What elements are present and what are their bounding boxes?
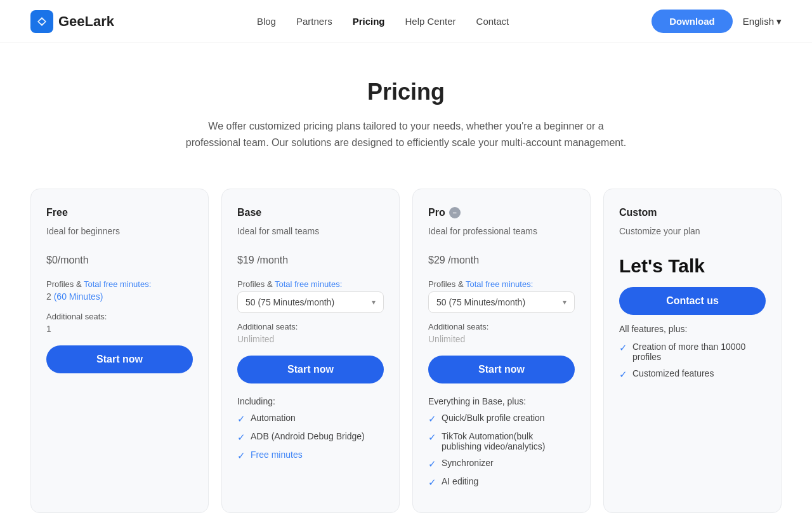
logo-icon [30, 10, 53, 33]
plan-price-base: $19 /month [237, 248, 384, 268]
feature-text-link[interactable]: Free minutes [251, 450, 303, 460]
nav-pricing[interactable]: Pricing [353, 16, 385, 27]
profiles-value-free: 2 (60 Minutes) [46, 291, 193, 302]
plan-price-free: $0/month [46, 248, 193, 268]
plan-card-pro: Pro − Ideal for professional teams $29 /… [412, 189, 591, 513]
plan-card-free: Free Ideal for beginners $0/month Profil… [30, 189, 209, 513]
check-icon: ✓ [237, 413, 246, 425]
chevron-down-icon: ▾ [372, 298, 376, 307]
seats-label-pro: Additional seats: [428, 322, 575, 331]
chevron-down-icon: ▾ [563, 298, 566, 307]
language-label: English [743, 16, 774, 27]
profiles-label-base: Profiles & Total free minutes: [237, 279, 384, 289]
plan-card-custom: Custom Customize your plan Let's Talk Co… [603, 189, 782, 513]
page-title: Pricing [25, 79, 787, 105]
plan-price-pro: $29 /month [428, 248, 575, 268]
feature-adb: ✓ ADB (Android Debug Bridge) [237, 431, 384, 443]
feature-synchronizer: ✓ Synchronizer [428, 458, 575, 470]
nav-help-center[interactable]: Help Center [405, 16, 456, 27]
feature-bulk-profile: ✓ Quick/Bulk profile creation [428, 413, 575, 425]
all-features-label: All features, plus: [619, 324, 766, 334]
seats-label-free: Additional seats: [46, 312, 193, 321]
hero-subtitle: We offer customized pricing plans tailor… [184, 118, 628, 150]
check-icon: ✓ [428, 432, 436, 443]
start-now-button-free[interactable]: Start now [46, 345, 193, 373]
feature-automation: ✓ Automation [237, 413, 384, 425]
pro-badge: − [449, 207, 461, 218]
feature-free-minutes: ✓ Free minutes [237, 450, 384, 462]
including-label-base: Including: [237, 396, 384, 406]
profiles-label-pro: Profiles & Total free minutes: [428, 279, 575, 289]
feature-text: Quick/Bulk profile creation [442, 413, 545, 423]
plan-name-pro: Pro − [428, 207, 575, 218]
seats-value-free: 1 [46, 324, 193, 334]
minutes-dropdown-pro[interactable]: 50 (75 Minutes/month) ▾ [428, 291, 575, 313]
start-now-button-base[interactable]: Start now [237, 356, 384, 383]
nav-contact[interactable]: Contact [476, 16, 509, 27]
feature-tiktok-auto: ✓ TikTok Automation(bulk publishing vide… [428, 431, 575, 451]
lets-talk-heading: Let's Talk [619, 255, 766, 277]
check-icon: ✓ [237, 432, 246, 443]
feature-10000-profiles: ✓ Creation of more than 10000 profiles [619, 342, 766, 362]
nav-right: Download English ▾ [652, 10, 782, 33]
logo[interactable]: GeeLark [30, 10, 114, 33]
contact-us-button[interactable]: Contact us [619, 287, 766, 315]
nav-partners[interactable]: Partners [296, 16, 332, 27]
seats-value-base: Unlimited [237, 334, 384, 344]
logo-text: GeeLark [58, 13, 114, 30]
feature-text: Automation [251, 413, 296, 423]
feature-text: Customized features [632, 368, 714, 378]
plan-name-custom: Custom [619, 207, 766, 218]
plan-name-base: Base [237, 207, 384, 218]
language-selector[interactable]: English ▾ [743, 16, 782, 27]
profiles-label-free: Profiles & Total free minutes: [46, 279, 193, 289]
seats-label-base: Additional seats: [237, 322, 384, 331]
download-button[interactable]: Download [652, 10, 733, 33]
chevron-down-icon: ▾ [776, 16, 782, 27]
navbar: GeeLark Blog Partners Pricing Help Cente… [0, 0, 812, 43]
minutes-dropdown-base[interactable]: 50 (75 Minutes/month) ▾ [237, 291, 384, 313]
feature-customized: ✓ Customized features [619, 368, 766, 380]
plan-tagline-base: Ideal for small teams [237, 226, 384, 236]
hero-section: Pricing We offer customized pricing plan… [0, 43, 812, 176]
check-icon: ✓ [428, 458, 436, 470]
check-icon: ✓ [237, 450, 246, 462]
pricing-cards: Free Ideal for beginners $0/month Profil… [0, 176, 812, 520]
feature-text: Synchronizer [442, 458, 494, 468]
check-icon: ✓ [619, 369, 627, 380]
feature-text: AI editing [442, 476, 478, 486]
plan-tagline-pro: Ideal for professional teams [428, 226, 575, 236]
nav-links: Blog Partners Pricing Help Center Contac… [257, 16, 509, 27]
check-icon: ✓ [619, 342, 627, 354]
plan-name-free: Free [46, 207, 193, 218]
nav-blog[interactable]: Blog [257, 16, 276, 27]
feature-text: ADB (Android Debug Bridge) [251, 431, 365, 441]
feature-text: Creation of more than 10000 profiles [632, 342, 766, 362]
plan-tagline-custom: Customize your plan [619, 226, 766, 236]
seats-value-pro: Unlimited [428, 334, 575, 344]
check-icon: ✓ [428, 413, 436, 425]
including-label-pro: Everything in Base, plus: [428, 396, 575, 406]
feature-ai-editing: ✓ AI editing [428, 476, 575, 488]
check-icon: ✓ [428, 477, 436, 488]
plan-card-base: Base Ideal for small teams $19 /month Pr… [221, 189, 400, 513]
feature-text: TikTok Automation(bulk publishing video/… [442, 431, 575, 451]
start-now-button-pro[interactable]: Start now [428, 356, 575, 383]
plan-tagline-free: Ideal for beginners [46, 226, 193, 236]
